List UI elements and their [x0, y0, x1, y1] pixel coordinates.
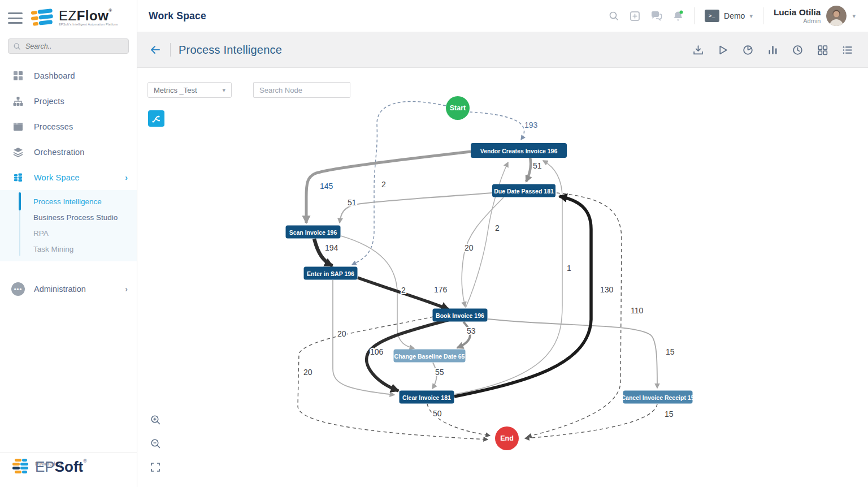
chat-icon[interactable] [650, 11, 662, 21]
sidebar-item-label: Processes [34, 122, 73, 131]
divider [763, 7, 763, 24]
sidebar-item-workspace[interactable]: Work Space › [0, 165, 137, 190]
graph-edge-label: 2 [381, 180, 386, 189]
graph-edge-label: 51 [348, 198, 357, 207]
fullscreen-icon[interactable] [150, 462, 161, 472]
list-icon[interactable] [841, 44, 853, 56]
graph-edge-label: 145 [320, 182, 333, 191]
terminal-icon: >_ [705, 10, 719, 22]
graph-node-due-date-passed[interactable]: Due Date Passed 181 [492, 184, 555, 197]
user-role: Admin [774, 18, 821, 25]
graph-edge [352, 101, 446, 265]
sidebar-item-label: Orchestration [34, 148, 85, 157]
sub-item-label: RPA [33, 229, 49, 238]
ezflow-logo-text: EZFlow® EPSoft's Intelligent Automation … [59, 8, 118, 26]
play-icon[interactable] [717, 44, 729, 56]
main-area: Work Space >_ Demo ▾ Lucia Otilia Admin [137, 0, 868, 487]
sidebar-search[interactable] [8, 38, 129, 54]
sidebar-footer: Powered By EPSoft® [0, 452, 137, 487]
graph-edge [527, 193, 622, 437]
zoom-in-icon[interactable] [150, 415, 161, 425]
sidebar-item-processes[interactable]: Processes [0, 114, 137, 139]
user-meta: Lucia Otilia Admin [774, 7, 821, 24]
sub-item-label: Process Intelligence [33, 197, 102, 206]
canvas-controls: Metrics _Test ▾ [147, 82, 350, 98]
svg-text:Scan Invoice 196: Scan Invoice 196 [289, 229, 337, 236]
graph-edge [340, 193, 492, 223]
sidebar-item-task-mining[interactable]: Task Mining [0, 241, 137, 257]
graph-edge [525, 404, 657, 438]
hamburger-menu-icon[interactable] [8, 12, 23, 24]
graph-node-start[interactable]: Start [446, 96, 470, 120]
workspace-submenu: Process Intelligence Business Process St… [0, 190, 137, 261]
sidebar-item-dashboard[interactable]: Dashboard [0, 63, 137, 88]
topbar: Work Space >_ Demo ▾ Lucia Otilia Admin [137, 0, 868, 32]
add-icon[interactable] [630, 11, 640, 21]
bar-chart-icon[interactable] [767, 44, 779, 56]
sidebar-item-label: Administration [34, 285, 86, 294]
ezflow-logo-icon [31, 8, 54, 28]
environment-selector[interactable]: >_ Demo ▾ [705, 10, 753, 22]
graph-edge-label: 55 [435, 368, 444, 377]
sidebar-item-rpa[interactable]: RPA [0, 225, 137, 241]
graph-edge-label: 51 [533, 161, 542, 170]
graph-node-vendor-creates-invoice[interactable]: Vendor Creates Invoice 196 [471, 143, 567, 158]
sidebar-item-business-process-studio[interactable]: Business Process Studio [0, 209, 137, 225]
chevron-right-icon: › [125, 173, 128, 182]
metrics-dropdown[interactable]: Metrics _Test ▾ [147, 82, 232, 98]
graph-edge-label: 20 [465, 243, 474, 252]
svg-text:Enter in SAP 196: Enter in SAP 196 [307, 270, 354, 277]
environment-label: Demo [724, 11, 745, 20]
graph-node-change-baseline-date[interactable]: Change Baseline Date 65 [394, 350, 466, 363]
processes-icon [12, 121, 24, 132]
sidebar-item-projects[interactable]: Projects [0, 88, 137, 114]
epsoft-logo-icon [10, 456, 31, 477]
graph-node-clear-invoice[interactable]: Clear Invoice 181 [400, 391, 454, 404]
sidebar-header: EZFlow® EPSoft's Intelligent Automation … [0, 0, 137, 34]
chevron-down-icon: ▾ [852, 12, 856, 20]
graph-node-cancel-invoice-receipt[interactable]: Cancel Invoice Receipt 15 [622, 391, 695, 404]
process-map-button[interactable] [148, 110, 164, 127]
avatar[interactable] [826, 6, 847, 26]
graph-nodes: StartVendor Creates Invoice 196Due Date … [286, 96, 695, 450]
pie-chart-icon[interactable] [742, 44, 754, 56]
zoom-out-icon[interactable] [150, 438, 161, 449]
sidebar: EZFlow® EPSoft's Intelligent Automation … [0, 0, 137, 487]
workspace-icon [12, 172, 24, 183]
sidebar-item-process-intelligence[interactable]: Process Intelligence [0, 193, 137, 209]
clock-icon[interactable] [792, 44, 804, 56]
download-icon[interactable] [692, 44, 704, 56]
sidebar-item-label: Work Space [34, 173, 80, 182]
user-menu[interactable]: Lucia Otilia Admin ▾ [774, 6, 856, 26]
svg-text:Book Invoice 196: Book Invoice 196 [436, 312, 484, 319]
sidebar-nav: Dashboard Projects Processes Orchestrati… [0, 63, 137, 301]
flow-icon [151, 114, 162, 124]
graph-edge-label: 15 [665, 410, 674, 419]
svg-text:Vendor Creates Invoice 196: Vendor Creates Invoice 196 [480, 148, 558, 154]
grid-icon[interactable] [817, 44, 828, 56]
brand-reg: ® [108, 8, 112, 13]
active-indicator [19, 192, 21, 210]
canvas-zoom-controls [150, 415, 161, 472]
graph-node-book-invoice[interactable]: Book Invoice 196 [433, 309, 488, 322]
svg-text:Start: Start [450, 104, 466, 112]
notifications-icon[interactable] [672, 10, 684, 22]
graph-node-enter-in-sap[interactable]: Enter in SAP 196 [304, 267, 358, 280]
graph-node-end[interactable]: End [495, 426, 519, 450]
page-toolbar [692, 44, 853, 56]
sidebar-search-input[interactable] [25, 42, 116, 50]
sidebar-item-administration[interactable]: ••• Administration › [0, 276, 137, 301]
process-map-canvas[interactable]: Metrics _Test ▾ StartV [137, 68, 868, 487]
back-button[interactable] [150, 45, 161, 54]
chevron-down-icon: ▾ [749, 12, 753, 20]
graph-node-scan-invoice[interactable]: Scan Invoice 196 [286, 226, 341, 239]
search-icon[interactable] [609, 11, 619, 21]
search-node-input[interactable] [253, 82, 350, 98]
svg-text:Clear Invoice 181: Clear Invoice 181 [402, 394, 451, 401]
sub-item-label: Business Process Studio [33, 213, 118, 222]
page-header: Process Intelligence [137, 32, 868, 68]
metrics-dropdown-value: Metrics _Test [154, 86, 197, 94]
sidebar-item-orchestration[interactable]: Orchestration [0, 139, 137, 165]
brand-ez: EZ [59, 8, 77, 23]
user-name: Lucia Otilia [774, 7, 821, 18]
